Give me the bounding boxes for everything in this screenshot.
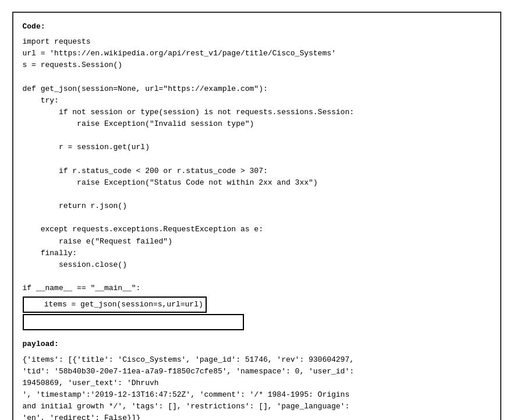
highlighted-line: items = get_json(session=s,url=url) xyxy=(23,297,207,313)
highlighted-line-wrapper: items = get_json(session=s,url=url) xyxy=(23,297,491,330)
code-label: Code: xyxy=(23,21,491,33)
empty-selection-box xyxy=(23,314,244,330)
code-container: Code: import requests url = 'https://en.… xyxy=(12,12,501,420)
payload-section: payload: {'items': [{'title': 'Cisco_Sys… xyxy=(23,338,491,420)
code-lines: import requests url = 'https://en.wikipe… xyxy=(23,36,491,330)
payload-label: payload: xyxy=(23,338,491,350)
payload-text: {'items': [{'title': 'Cisco_Systems', 'p… xyxy=(23,354,491,420)
